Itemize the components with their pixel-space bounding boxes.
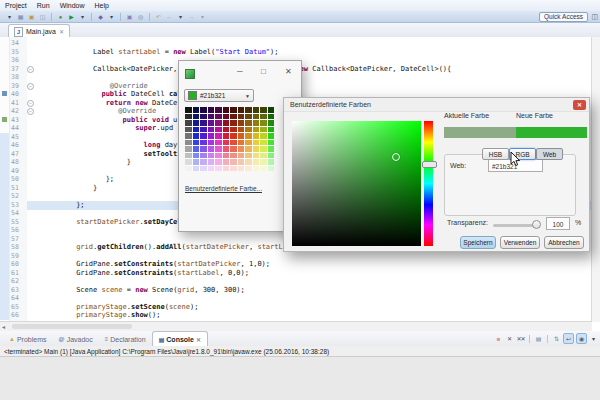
palette-color-cell[interactable] xyxy=(238,107,245,113)
tab-close-icon[interactable]: ✕ xyxy=(59,28,64,35)
palette-color-cell[interactable] xyxy=(260,120,267,126)
hue-slider-handle[interactable] xyxy=(422,161,437,168)
palette-color-cell[interactable] xyxy=(260,133,267,139)
palette-color-cell[interactable] xyxy=(260,107,267,113)
fold-collapse-icon[interactable]: − xyxy=(27,83,34,90)
palette-color-cell[interactable] xyxy=(185,153,192,159)
palette-color-cell[interactable] xyxy=(208,127,215,133)
transparency-value-input[interactable]: 100 xyxy=(546,217,570,230)
palette-color-cell[interactable] xyxy=(238,114,245,120)
palette-color-cell[interactable] xyxy=(238,140,245,146)
run-dropdown-icon[interactable]: ▾ xyxy=(78,12,87,21)
forward-icon[interactable]: → xyxy=(187,12,196,21)
palette-color-cell[interactable] xyxy=(238,127,245,133)
last-edit-icon[interactable]: ↶ xyxy=(154,12,163,21)
palette-color-cell[interactable] xyxy=(200,146,207,152)
new-wizard-dropdown-icon[interactable]: ▾ xyxy=(5,12,14,21)
color-combo-box[interactable]: #21b321 ▼ xyxy=(184,89,254,102)
palette-color-cell[interactable] xyxy=(215,107,222,113)
palette-color-cell[interactable] xyxy=(268,107,275,113)
external-tools-icon[interactable]: ◆ xyxy=(96,12,105,21)
run-icon[interactable]: ▶ xyxy=(67,12,76,21)
palette-color-cell[interactable] xyxy=(268,133,275,139)
palette-color-cell[interactable] xyxy=(215,127,222,133)
back-dropdown-icon[interactable]: ▾ xyxy=(176,12,185,21)
palette-color-cell[interactable] xyxy=(230,159,237,165)
palette-color-cell[interactable] xyxy=(200,153,207,159)
palette-color-cell[interactable] xyxy=(185,140,192,146)
word-wrap-icon[interactable]: ↩ xyxy=(563,333,574,344)
palette-color-cell[interactable] xyxy=(215,133,222,139)
forward-dropdown-icon[interactable]: ▾ xyxy=(198,12,207,21)
palette-color-cell[interactable] xyxy=(253,146,260,152)
clear-console-icon[interactable]: ▤ xyxy=(534,334,543,343)
remove-all-launches-icon[interactable]: ✕✕ xyxy=(516,334,525,343)
palette-color-cell[interactable] xyxy=(223,107,230,113)
maximize-icon[interactable]: □ xyxy=(261,67,266,77)
palette-color-cell[interactable] xyxy=(268,114,275,120)
print-icon[interactable]: ◫ xyxy=(38,12,47,21)
palette-color-cell[interactable] xyxy=(268,120,275,126)
palette-color-cell[interactable] xyxy=(208,140,215,146)
dialog-title-bar[interactable]: Benutzerdefinierte Farben xyxy=(284,98,589,112)
palette-color-cell[interactable] xyxy=(200,166,207,172)
palette-color-cell[interactable] xyxy=(245,159,252,165)
tab-console[interactable]: ▤Console✕ xyxy=(152,331,208,346)
custom-color-link[interactable]: Benutzerdefinierte Farbe... xyxy=(185,185,262,192)
palette-color-cell[interactable] xyxy=(200,107,207,113)
palette-color-cell[interactable] xyxy=(185,120,192,126)
scroll-left-arrow-icon[interactable]: ◂ xyxy=(2,323,5,330)
palette-color-cell[interactable] xyxy=(208,146,215,152)
palette-color-cell[interactable] xyxy=(208,120,215,126)
palette-color-cell[interactable] xyxy=(245,153,252,159)
palette-color-cell[interactable] xyxy=(253,127,260,133)
palette-color-cell[interactable] xyxy=(245,140,252,146)
palette-color-cell[interactable] xyxy=(230,153,237,159)
palette-color-cell[interactable] xyxy=(253,133,260,139)
palette-color-cell[interactable] xyxy=(215,114,222,120)
palette-color-cell[interactable] xyxy=(230,107,237,113)
palette-color-cell[interactable] xyxy=(185,159,192,165)
palette-color-cell[interactable] xyxy=(245,133,252,139)
palette-color-cell[interactable] xyxy=(268,127,275,133)
speichern-button[interactable]: Speichern xyxy=(460,236,496,249)
tab-declaration[interactable]: ≡Declaration xyxy=(99,332,152,346)
palette-color-cell[interactable] xyxy=(245,166,252,172)
palette-color-cell[interactable] xyxy=(253,120,260,126)
palette-color-cell[interactable] xyxy=(260,146,267,152)
palette-color-cell[interactable] xyxy=(215,146,222,152)
external-tools-dropdown-icon[interactable]: ▾ xyxy=(107,12,116,21)
console-output-area[interactable] xyxy=(0,357,600,400)
palette-color-cell[interactable] xyxy=(245,120,252,126)
palette-color-cell[interactable] xyxy=(193,146,200,152)
palette-color-cell[interactable] xyxy=(193,107,200,113)
palette-color-cell[interactable] xyxy=(193,120,200,126)
horizontal-scrollbar[interactable]: ◂ xyxy=(0,321,592,331)
palette-color-cell[interactable] xyxy=(185,146,192,152)
palette-color-cell[interactable] xyxy=(245,107,252,113)
palette-color-cell[interactable] xyxy=(230,127,237,133)
palette-color-cell[interactable] xyxy=(200,140,207,146)
palette-color-cell[interactable] xyxy=(208,153,215,159)
quick-access-button[interactable]: Quick Access xyxy=(539,12,588,22)
tab-javadoc[interactable]: @Javadoc xyxy=(53,332,99,346)
palette-color-cell[interactable] xyxy=(245,146,252,152)
palette-color-cell[interactable] xyxy=(208,114,215,120)
menu-help[interactable]: Help xyxy=(90,2,114,9)
palette-color-cell[interactable] xyxy=(260,153,267,159)
menu-project[interactable]: Project xyxy=(0,2,32,9)
palette-color-cell[interactable] xyxy=(253,166,260,172)
palette-color-cell[interactable] xyxy=(238,120,245,126)
tab-hsb[interactable]: HSB xyxy=(482,148,509,160)
palette-color-cell[interactable] xyxy=(245,114,252,120)
palette-color-cell[interactable] xyxy=(230,140,237,146)
palette-color-cell[interactable] xyxy=(200,120,207,126)
tab-web[interactable]: Web xyxy=(536,148,563,160)
open-type-icon[interactable]: ▣ xyxy=(125,12,134,21)
palette-color-cell[interactable] xyxy=(208,166,215,172)
palette-color-cell[interactable] xyxy=(253,107,260,113)
color-selection-indicator[interactable] xyxy=(392,153,400,161)
palette-color-cell[interactable] xyxy=(215,140,222,146)
search-icon[interactable]: ◎ xyxy=(136,12,145,21)
remove-launch-icon[interactable]: ✕ xyxy=(505,334,514,343)
